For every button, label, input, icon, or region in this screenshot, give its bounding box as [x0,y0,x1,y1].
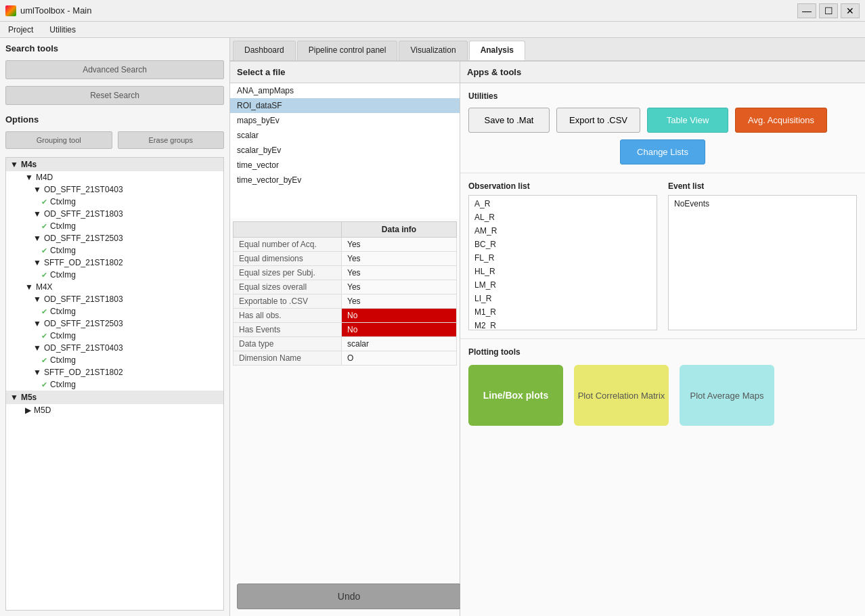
observation-col: Observation list A_R AL_R AM_R BC_R FL_R… [468,181,657,330]
table-view-button[interactable]: Table View [647,108,728,133]
tree-label-sftf1802b: SFTF_OD_21ST1802 [44,368,123,377]
file-item-2[interactable]: maps_byEv [230,113,460,128]
event-list[interactable]: NoEvents [668,195,857,330]
tree-section-m4s[interactable]: ▼ M4s [6,158,223,171]
file-selector-header: Select a file [230,62,460,83]
tree-label-od1803a: OD_SFTF_21ST1803 [44,209,123,219]
title-bar-left: umlToolbox - Main [5,5,92,16]
obs-item-4[interactable]: FL_R [469,251,657,265]
row-label-8: Dimension Name [234,351,342,366]
row-label-6: Has Events [234,323,342,337]
tree-item-ctximg-7[interactable]: ✔ CtxImg [6,354,223,366]
observation-list[interactable]: A_R AL_R AM_R BC_R FL_R HL_R LM_R LI_R M… [468,195,657,330]
tree-item-ctximg-6[interactable]: ✔ CtxImg [6,330,223,342]
tree-item-od0403[interactable]: ▼ OD_SFTF_21ST0403 [6,183,223,196]
obs-item-3[interactable]: BC_R [469,238,657,251]
obs-item-6[interactable]: LM_R [469,278,657,292]
options-header: Options [5,114,224,125]
chevron-m5d-icon: ▶ [25,405,31,415]
chevron-m4x-icon: ▼ [25,282,33,292]
file-list: ANA_ampMaps ROI_dataSF maps_byEv scalar … [230,83,460,219]
tab-visualization[interactable]: Visualization [399,41,467,60]
table-row: Equal sizes overallYes [234,280,457,294]
tree-item-ctximg-3[interactable]: ✔ CtxImg [6,244,223,257]
table-row: Exportable to .CSVYes [234,294,457,309]
left-panel: Search tools Advanced Search Reset Searc… [0,38,230,616]
tree-label-ctximg-3: CtxImg [50,246,76,255]
file-item-3[interactable]: scalar [230,128,460,143]
reset-search-button[interactable]: Reset Search [5,86,224,105]
export-csv-button[interactable]: Export to .CSV [556,108,640,133]
menu-project[interactable]: Project [5,24,36,36]
tree-label-m4d: M4D [36,173,53,182]
minimize-button[interactable]: — [797,3,816,18]
file-item-1[interactable]: ROI_dataSF [230,98,460,113]
erase-groups-button[interactable]: Erase groups [118,131,225,149]
tree-item-ctximg-4[interactable]: ✔ CtxImg [6,269,223,281]
obs-item-1[interactable]: AL_R [469,211,657,224]
tree-item-sftf1802b[interactable]: ▼ SFTF_OD_21ST1802 [6,366,223,378]
file-item-4[interactable]: scalar_byEv [230,143,460,158]
tree-item-ctximg-2[interactable]: ✔ CtxImg [6,220,223,232]
plot-correlation-matrix-button[interactable]: Plot Correlation Matrix [574,365,669,426]
file-item-0[interactable]: ANA_ampMaps [230,83,460,98]
tree-label-sftf1802a: SFTF_OD_21ST1802 [44,258,123,267]
table-row: Equal dimensionsYes [234,252,457,266]
tree-item-m4x[interactable]: ▼ M4X [6,281,223,293]
maximize-button[interactable]: ☐ [819,3,838,18]
data-info-container: Data info Equal number of Acq.Yes Equal … [230,219,460,368]
menu-utilities[interactable]: Utilities [47,24,79,36]
close-button[interactable]: ✕ [841,3,860,18]
row-value-0: Yes [342,238,457,252]
change-lists-button[interactable]: Change Lists [620,139,705,164]
table-row: Dimension NameO [234,351,457,366]
tab-pipeline[interactable]: Pipeline control panel [297,41,398,60]
tree-label-ctximg-1: CtxImg [50,197,76,206]
tree-item-ctximg-1[interactable]: ✔ CtxImg [6,196,223,208]
line-box-plots-button[interactable]: Line/Box plots [468,365,563,426]
tab-analysis[interactable]: Analysis [469,41,525,60]
menu-bar: Project Utilities [0,22,865,38]
plotting-buttons: Line/Box plots Plot Correlation Matrix P… [468,365,857,426]
obs-item-9[interactable]: M2_R [469,319,657,330]
tree-item-sftf1802a[interactable]: ▼ SFTF_OD_21ST1802 [6,257,223,269]
undo-button[interactable]: Undo [237,584,461,609]
tree-item-od0403b[interactable]: ▼ OD_SFTF_21ST0403 [6,342,223,354]
avg-acquisitions-button[interactable]: Avg. Acquisitions [735,108,827,133]
tree-label-od0403b: OD_SFTF_21ST0403 [44,343,123,353]
obs-item-0[interactable]: A_R [469,197,657,211]
tree-item-ctximg-8[interactable]: ✔ CtxImg [6,378,223,391]
advanced-search-button[interactable]: Advanced Search [5,60,224,79]
event-col: Event list NoEvents [668,181,857,330]
tree-item-od2503a[interactable]: ▼ OD_SFTF_21ST2503 [6,232,223,244]
obs-item-5[interactable]: HL_R [469,265,657,278]
plotting-section: Plotting tools Line/Box plots Plot Corre… [460,339,865,434]
tree-label-ctximg-2: CtxImg [50,221,76,231]
file-item-5[interactable]: time_vector [230,158,460,173]
table-row: Data typescalar [234,337,457,351]
obs-item-2[interactable]: AM_R [469,224,657,238]
grouping-tool-button[interactable]: Grouping tool [5,131,112,149]
check-icon-3: ✔ [41,246,47,255]
file-item-6[interactable]: time_vector_byEv [230,173,460,188]
row-value-6: No [342,323,457,337]
obs-item-7[interactable]: LI_R [469,292,657,305]
event-item-0[interactable]: NoEvents [669,197,856,211]
apps-tools-header: Apps & tools [460,62,865,83]
plot-average-maps-button[interactable]: Plot Average Maps [680,365,774,426]
obs-item-8[interactable]: M1_R [469,305,657,319]
tree-label-ctximg-5: CtxImg [50,307,76,316]
app-icon [5,5,16,16]
tree-item-m5d[interactable]: ▶ M5D [6,404,223,416]
tree-item-od2503b[interactable]: ▼ OD_SFTF_21ST2503 [6,317,223,330]
save-to-mat-button[interactable]: Save to .Mat [468,108,550,133]
tree-item-od1803b[interactable]: ▼ OD_SFTF_21ST1803 [6,293,223,305]
row-label-7: Data type [234,337,342,351]
check-icon-2: ✔ [41,222,47,231]
tree-item-m4d[interactable]: ▼ M4D [6,171,223,183]
tree-item-od1803a[interactable]: ▼ OD_SFTF_21ST1803 [6,208,223,220]
options-row: Grouping tool Erase groups [5,131,224,149]
tab-dashboard[interactable]: Dashboard [233,41,296,60]
tree-section-m5s[interactable]: ▼ M5s [6,391,223,404]
tree-item-ctximg-5[interactable]: ✔ CtxImg [6,305,223,317]
